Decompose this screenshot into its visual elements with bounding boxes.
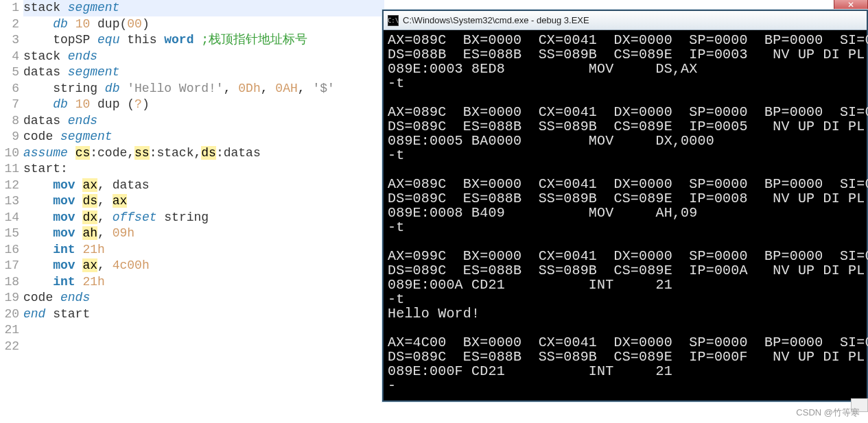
cmd-blank xyxy=(388,162,863,177)
line-number: 21 xyxy=(0,322,19,339)
cmd-line: DS=089C ES=088B SS=089B CS=089E IP=000A … xyxy=(388,263,863,278)
code-line[interactable]: mov ds, ax xyxy=(23,193,384,210)
cmd-line: 089E:0005 BA0000 MOV DX,0000 xyxy=(388,134,863,148)
code-line[interactable]: datas ends xyxy=(23,113,384,130)
line-number: 7 xyxy=(0,97,19,113)
code-line[interactable]: int 21h xyxy=(23,274,384,291)
code-line[interactable]: stack segment xyxy=(23,0,384,16)
cmd-blank xyxy=(388,321,863,335)
line-number: 13 xyxy=(0,193,19,210)
code-area[interactable]: stack segment db 10 dup(00) topSP equ th… xyxy=(23,0,384,423)
code-editor[interactable]: 12345678910111213141516171819202122 stac… xyxy=(0,0,384,423)
line-number: 20 xyxy=(0,306,19,323)
code-line[interactable]: code segment xyxy=(23,129,384,145)
cmd-title-bar[interactable]: C:\ C:\Windows\System32\cmd.exe - debug … xyxy=(384,11,867,30)
code-line[interactable] xyxy=(23,339,384,355)
code-line[interactable] xyxy=(23,322,384,339)
watermark: CSDN @竹等寒 xyxy=(796,407,860,419)
cmd-output[interactable]: AX=089C BX=0000 CX=0041 DX=0000 SP=0000 … xyxy=(384,30,867,400)
cmd-line: AX=089C BX=0000 CX=0041 DX=0000 SP=0000 … xyxy=(388,33,863,47)
cmd-icon: C:\ xyxy=(388,15,399,26)
line-number: 1 xyxy=(0,0,19,16)
code-line[interactable]: topSP equ this word ;栈顶指针地址标号 xyxy=(23,32,384,49)
cmd-prompt: - xyxy=(388,378,863,393)
line-number: 15 xyxy=(0,226,19,242)
line-number: 19 xyxy=(0,290,19,306)
code-line[interactable]: mov ah, 09h xyxy=(23,226,384,242)
code-line[interactable]: datas segment xyxy=(23,64,384,81)
line-number: 2 xyxy=(0,16,19,33)
cmd-line: AX=099C BX=0000 CX=0041 DX=0000 SP=0000 … xyxy=(388,249,863,263)
cmd-line: DS=089C ES=088B SS=089B CS=089E IP=0008 … xyxy=(388,191,863,206)
cmd-line: DS=088B ES=088B SS=089B CS=089E IP=0003 … xyxy=(388,47,863,62)
line-number: 4 xyxy=(0,49,19,65)
code-line[interactable]: db 10 dup (?) xyxy=(23,97,384,113)
cmd-line: 089E:000F CD21 INT 21 xyxy=(388,364,863,378)
line-number: 9 xyxy=(0,129,19,145)
code-line[interactable]: stack ends xyxy=(23,49,384,65)
cmd-prompt: -t xyxy=(388,76,863,90)
cmd-line: AX=089C BX=0000 CX=0041 DX=0000 SP=0000 … xyxy=(388,105,863,119)
line-number: 22 xyxy=(0,339,19,355)
code-line[interactable]: string db 'Hello Word!', 0Dh, 0AH, '$' xyxy=(23,81,384,97)
code-line[interactable]: db 10 dup(00) xyxy=(23,16,384,33)
cmd-prompt: -t xyxy=(388,292,863,306)
cmd-prompt: -t xyxy=(388,220,863,234)
cmd-line: 089E:000A CD21 INT 21 xyxy=(388,278,863,292)
line-number: 14 xyxy=(0,210,19,226)
cmd-line: DS=089C ES=088B SS=089B CS=089E IP=0005 … xyxy=(388,119,863,134)
line-number: 10 xyxy=(0,145,19,162)
cmd-line: DS=089C ES=088B SS=089B CS=089E IP=000F … xyxy=(388,350,863,364)
line-number: 12 xyxy=(0,178,19,194)
line-number: 6 xyxy=(0,81,19,97)
code-line[interactable]: assume cs:code,ss:stack,ds:datas xyxy=(23,145,384,162)
cmd-line: AX=089C BX=0000 CX=0041 DX=0000 SP=0000 … xyxy=(388,177,863,191)
cmd-prompt: -t xyxy=(388,148,863,162)
code-line[interactable]: int 21h xyxy=(23,242,384,258)
line-number: 5 xyxy=(0,64,19,81)
cmd-title-text: C:\Windows\System32\cmd.exe - debug 3.EX… xyxy=(403,15,589,25)
code-line[interactable]: mov ax, 4c00h xyxy=(23,258,384,274)
cmd-blank xyxy=(388,90,863,105)
code-line[interactable]: end start xyxy=(23,306,384,323)
code-line[interactable]: mov ax, datas xyxy=(23,178,384,194)
line-number: 8 xyxy=(0,113,19,130)
line-number: 3 xyxy=(0,32,19,49)
code-line[interactable]: code ends xyxy=(23,290,384,306)
line-gutter: 12345678910111213141516171819202122 xyxy=(0,0,23,423)
cmd-line: 089E:0008 B409 MOV AH,09 xyxy=(388,206,863,220)
line-number: 17 xyxy=(0,258,19,274)
cmd-window[interactable]: C:\ C:\Windows\System32\cmd.exe - debug … xyxy=(382,10,868,402)
line-number: 16 xyxy=(0,242,19,258)
cmd-blank xyxy=(388,234,863,249)
cmd-output-line: Hello Word! xyxy=(388,306,863,321)
code-line[interactable]: start: xyxy=(23,161,384,178)
code-line[interactable]: mov dx, offset string xyxy=(23,210,384,226)
line-number: 18 xyxy=(0,274,19,291)
cmd-line: 089E:0003 8ED8 MOV DS,AX xyxy=(388,62,863,76)
line-number: 11 xyxy=(0,161,19,178)
cmd-line: AX=4C00 BX=0000 CX=0041 DX=0000 SP=0000 … xyxy=(388,335,863,350)
